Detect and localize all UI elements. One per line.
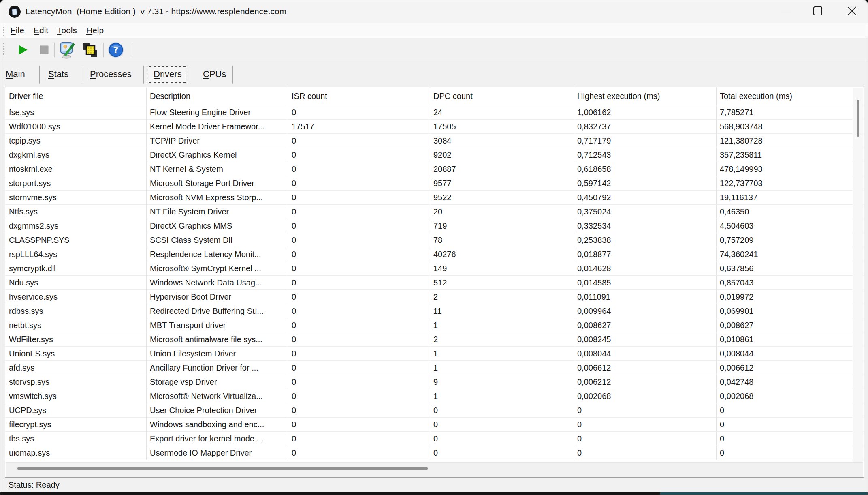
cell-isr-count[interactable]: 0 bbox=[288, 290, 430, 304]
cell-description[interactable]: Microsoft Storage Port Driver bbox=[147, 176, 288, 190]
cell-total-execution[interactable]: 0,757209 bbox=[717, 233, 864, 247]
cell-dpc-count[interactable]: 512 bbox=[430, 276, 574, 289]
cell-dpc-count[interactable]: 9522 bbox=[430, 191, 574, 204]
cell-driver-file[interactable]: Ntfs.sys bbox=[5, 205, 147, 219]
cell-description[interactable]: SCSI Class System Dll bbox=[147, 233, 288, 247]
cell-isr-count[interactable]: 0 bbox=[288, 276, 430, 289]
cell-description[interactable]: Microsoft® SymCrypt Kernel ... bbox=[147, 261, 288, 275]
menu-tools[interactable]: Tools bbox=[57, 23, 77, 38]
table-row[interactable]: WdFilter.sys Microsoft antimalware file … bbox=[5, 332, 864, 347]
cell-dpc-count[interactable]: 11 bbox=[430, 304, 574, 318]
cell-dpc-count[interactable]: 2 bbox=[430, 332, 574, 346]
cell-total-execution[interactable]: 0,069901 bbox=[717, 304, 864, 318]
help-button[interactable]: ? bbox=[107, 41, 125, 59]
cell-highest-execution[interactable]: 0,008044 bbox=[574, 347, 717, 360]
cell-isr-count[interactable]: 0 bbox=[288, 361, 430, 375]
cell-highest-execution[interactable]: 0,008627 bbox=[574, 318, 717, 332]
cell-dpc-count[interactable]: 719 bbox=[430, 219, 574, 233]
cell-dpc-count[interactable]: 1 bbox=[430, 318, 574, 332]
cell-isr-count[interactable]: 0 bbox=[288, 389, 430, 403]
cell-total-execution[interactable]: 122,737703 bbox=[717, 176, 864, 190]
cell-total-execution[interactable]: 0,637856 bbox=[717, 261, 864, 275]
cell-description[interactable]: Flow Steering Engine Driver bbox=[147, 105, 288, 119]
options-button[interactable] bbox=[59, 41, 77, 59]
table-row[interactable]: ntoskrnl.exe NT Kernel & System 0 20887 … bbox=[5, 162, 864, 176]
cell-driver-file[interactable]: storvsp.sys bbox=[5, 375, 147, 389]
cell-dpc-count[interactable]: 149 bbox=[430, 261, 574, 275]
cell-total-execution[interactable]: 0,857043 bbox=[717, 276, 864, 289]
cell-total-execution[interactable]: 0 bbox=[717, 418, 864, 431]
cell-total-execution[interactable]: 357,235811 bbox=[717, 148, 864, 162]
cell-driver-file[interactable]: netbt.sys bbox=[5, 318, 147, 332]
cell-description[interactable]: Resplendence Latency Monit... bbox=[147, 247, 288, 261]
cell-total-execution[interactable]: 0,019972 bbox=[717, 290, 864, 304]
cell-description[interactable]: Microsoft® Network Virtualiza... bbox=[147, 389, 288, 403]
cell-total-execution[interactable]: 7,785271 bbox=[717, 105, 864, 119]
cell-dpc-count[interactable]: 9577 bbox=[430, 176, 574, 190]
cell-dpc-count[interactable]: 24 bbox=[430, 105, 574, 119]
cell-description[interactable]: Ancillary Function Driver for ... bbox=[147, 361, 288, 375]
table-row[interactable]: dxgmms2.sys DirectX Graphics MMS 0 719 0… bbox=[5, 219, 864, 233]
cell-highest-execution[interactable]: 0,006212 bbox=[574, 375, 717, 389]
horizontal-scrollbar-thumb[interactable] bbox=[17, 467, 428, 470]
cell-isr-count[interactable]: 0 bbox=[288, 403, 430, 417]
cell-total-execution[interactable]: 478,149993 bbox=[717, 162, 864, 176]
cell-isr-count[interactable]: 0 bbox=[288, 261, 430, 275]
table-row[interactable]: tbs.sys Export driver for kernel mode ..… bbox=[5, 432, 864, 446]
table-row[interactable]: rdbss.sys Redirected Drive Buffering Su.… bbox=[5, 304, 864, 318]
cell-highest-execution[interactable]: 0,618658 bbox=[574, 162, 717, 176]
cell-isr-count[interactable]: 0 bbox=[288, 304, 430, 318]
cell-description[interactable]: Microsoft NVM Express Storp... bbox=[147, 191, 288, 204]
menu-help[interactable]: Help bbox=[86, 23, 104, 38]
cell-highest-execution[interactable]: 0,253838 bbox=[574, 233, 717, 247]
cell-isr-count[interactable]: 17517 bbox=[288, 120, 430, 133]
table-row[interactable]: symcryptk.dll Microsoft® SymCrypt Kernel… bbox=[5, 261, 864, 276]
cell-total-execution[interactable]: 19,116137 bbox=[717, 191, 864, 204]
cell-isr-count[interactable]: 0 bbox=[288, 148, 430, 162]
cell-driver-file[interactable]: dxgkrnl.sys bbox=[5, 148, 147, 162]
cell-driver-file[interactable]: Ndu.sys bbox=[5, 276, 147, 289]
cell-isr-count[interactable]: 0 bbox=[288, 162, 430, 176]
cell-highest-execution[interactable]: 0,006612 bbox=[574, 361, 717, 375]
table-row[interactable]: vmswitch.sys Microsoft® Network Virtuali… bbox=[5, 389, 864, 403]
table-row[interactable]: Ntfs.sys NT File System Driver 0 20 0,37… bbox=[5, 205, 864, 219]
cell-total-execution[interactable]: 0,008044 bbox=[717, 347, 864, 360]
cell-isr-count[interactable]: 0 bbox=[288, 446, 430, 460]
stop-monitor-button[interactable] bbox=[35, 41, 53, 59]
cell-highest-execution[interactable]: 0,597142 bbox=[574, 176, 717, 190]
cell-total-execution[interactable]: 0,042748 bbox=[717, 375, 864, 389]
cell-highest-execution[interactable]: 0,002068 bbox=[574, 389, 717, 403]
cell-driver-file[interactable]: CLASSPNP.SYS bbox=[5, 233, 147, 247]
cell-highest-execution[interactable]: 0,018877 bbox=[574, 247, 717, 261]
column-header-highest-execution[interactable]: Highest execution (ms) bbox=[574, 87, 717, 105]
cell-total-execution[interactable]: 0 bbox=[717, 403, 864, 417]
cell-description[interactable]: TCP/IP Driver bbox=[147, 134, 288, 148]
cell-description[interactable]: DirectX Graphics Kernel bbox=[147, 148, 288, 162]
cell-driver-file[interactable]: tcpip.sys bbox=[5, 134, 147, 148]
cell-description[interactable]: Redirected Drive Buffering Su... bbox=[147, 304, 288, 318]
cell-dpc-count[interactable]: 0 bbox=[430, 446, 574, 460]
cell-total-execution[interactable]: 0,006612 bbox=[717, 361, 864, 375]
cell-highest-execution[interactable]: 0,014585 bbox=[574, 276, 717, 289]
cell-description[interactable]: Windows Network Data Usag... bbox=[147, 276, 288, 289]
table-row[interactable]: UCPD.sys User Choice Protection Driver 0… bbox=[5, 403, 864, 418]
tab-main[interactable]: Main bbox=[6, 65, 25, 83]
cell-driver-file[interactable]: rdbss.sys bbox=[5, 304, 147, 318]
cell-driver-file[interactable]: storport.sys bbox=[5, 176, 147, 190]
cell-isr-count[interactable]: 0 bbox=[288, 233, 430, 247]
cell-description[interactable]: Windows sandboxing and enc... bbox=[147, 418, 288, 431]
cell-isr-count[interactable]: 0 bbox=[288, 247, 430, 261]
cell-driver-file[interactable]: UnionFS.sys bbox=[5, 347, 147, 360]
cell-total-execution[interactable]: 0,010861 bbox=[717, 332, 864, 346]
table-row[interactable]: storport.sys Microsoft Storage Port Driv… bbox=[5, 176, 864, 191]
cell-dpc-count[interactable]: 1 bbox=[430, 361, 574, 375]
toolbar-gripper-handle[interactable] bbox=[3, 43, 5, 56]
table-row[interactable]: storvsp.sys Storage vsp Driver 0 9 0,006… bbox=[5, 375, 864, 389]
cell-total-execution[interactable]: 0,46350 bbox=[717, 205, 864, 219]
menu-gripper-handle[interactable] bbox=[3, 26, 5, 36]
cell-driver-file[interactable]: hvservice.sys bbox=[5, 290, 147, 304]
cell-driver-file[interactable]: symcryptk.dll bbox=[5, 261, 147, 275]
cell-dpc-count[interactable]: 1 bbox=[430, 347, 574, 360]
column-header-description[interactable]: Description bbox=[147, 87, 288, 105]
table-row[interactable]: tcpip.sys TCP/IP Driver 0 3084 0,717179 … bbox=[5, 134, 864, 148]
